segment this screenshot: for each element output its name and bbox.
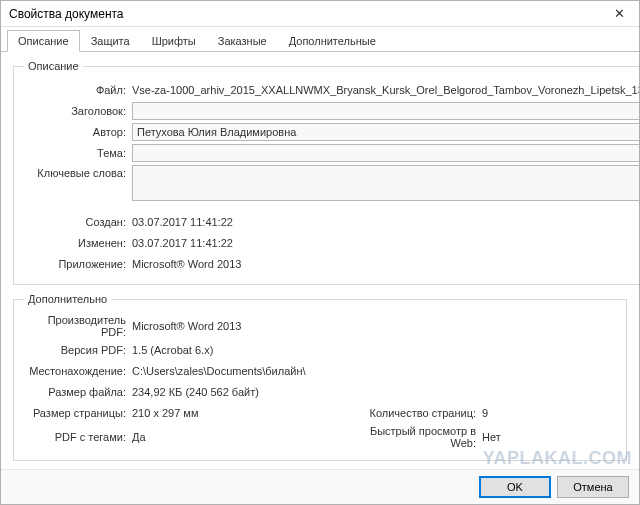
- tab-advanced[interactable]: Дополнительные: [278, 30, 387, 52]
- author-label: Автор:: [24, 126, 132, 138]
- keywords-label: Ключевые слова:: [24, 165, 132, 179]
- app-label: Приложение:: [24, 258, 132, 270]
- created-label: Создан:: [24, 216, 132, 228]
- subject-label: Тема:: [24, 147, 132, 159]
- pagesize-label: Размер страницы:: [24, 407, 132, 419]
- created-value: 03.07.2017 11:41:22: [132, 216, 233, 228]
- tagged-value: Да: [132, 431, 146, 443]
- row-created: Создан: 03.07.2017 11:41:22: [24, 213, 639, 231]
- dialog-window: Свойства документа ✕ Описание Защита Шри…: [0, 0, 640, 505]
- keywords-input[interactable]: [132, 165, 639, 201]
- location-value: C:\Users\zales\Documents\билайн\: [132, 365, 306, 377]
- row-author: Автор:: [24, 123, 639, 141]
- row-file: Файл: Vse-za-1000_arhiv_2015_XXALLNWMX_B…: [24, 81, 639, 99]
- footer: OK Отмена: [1, 469, 639, 504]
- row-subject: Тема:: [24, 144, 639, 162]
- advanced-legend: Дополнительно: [24, 293, 111, 305]
- description-group: Описание Файл: Vse-za-1000_arhiv_2015_XX…: [13, 60, 639, 285]
- subject-input[interactable]: [132, 144, 639, 162]
- file-value: Vse-za-1000_arhiv_2015_XXALLNWMX_Bryansk…: [132, 84, 639, 96]
- pagesize-value: 210 x 297 мм: [132, 407, 199, 419]
- pagecount-value: 9: [482, 407, 488, 419]
- cancel-button[interactable]: Отмена: [557, 476, 629, 498]
- ok-button[interactable]: OK: [479, 476, 551, 498]
- filesize-value: 234,92 КБ (240 562 байт): [132, 386, 259, 398]
- row-version: Версия PDF: 1.5 (Acrobat 6.x): [24, 341, 616, 359]
- row-keywords: Ключевые слова:: [24, 165, 639, 201]
- author-input[interactable]: [132, 123, 639, 141]
- row-producer: Производитель PDF: Microsoft® Word 2013: [24, 314, 616, 338]
- title-input[interactable]: [132, 102, 639, 120]
- file-label: Файл:: [24, 84, 132, 96]
- tab-description[interactable]: Описание: [7, 30, 80, 52]
- fastweb-label: Быстрый просмотр в Web:: [352, 425, 482, 449]
- tab-security[interactable]: Защита: [80, 30, 141, 52]
- row-pagesize: Размер страницы: 210 x 297 мм Количество…: [24, 404, 616, 422]
- tab-bar: Описание Защита Шрифты Заказные Дополнит…: [1, 27, 639, 52]
- row-title: Заголовок:: [24, 102, 639, 120]
- version-value: 1.5 (Acrobat 6.x): [132, 344, 213, 356]
- tab-fonts[interactable]: Шрифты: [141, 30, 207, 52]
- advanced-group: Дополнительно Производитель PDF: Microso…: [13, 293, 627, 461]
- row-modified: Изменен: 03.07.2017 11:41:22: [24, 234, 639, 252]
- app-value: Microsoft® Word 2013: [132, 258, 241, 270]
- close-icon: ✕: [614, 6, 625, 21]
- tab-custom[interactable]: Заказные: [207, 30, 278, 52]
- content-area: Описание Файл: Vse-za-1000_arhiv_2015_XX…: [1, 52, 639, 469]
- close-button[interactable]: ✕: [599, 1, 639, 27]
- description-legend: Описание: [24, 60, 83, 72]
- row-tagged: PDF с тегами: Да Быстрый просмотр в Web:…: [24, 425, 616, 449]
- filesize-label: Размер файла:: [24, 386, 132, 398]
- row-application: Приложение: Microsoft® Word 2013: [24, 255, 639, 273]
- pagecount-label: Количество страниц:: [352, 407, 482, 419]
- window-title: Свойства документа: [9, 7, 124, 21]
- row-location: Местонахождение: C:\Users\zales\Document…: [24, 362, 616, 380]
- title-label: Заголовок:: [24, 105, 132, 117]
- titlebar: Свойства документа ✕: [1, 1, 639, 27]
- fastweb-value: Нет: [482, 431, 501, 443]
- modified-value: 03.07.2017 11:41:22: [132, 237, 233, 249]
- version-label: Версия PDF:: [24, 344, 132, 356]
- row-filesize: Размер файла: 234,92 КБ (240 562 байт): [24, 383, 616, 401]
- producer-value: Microsoft® Word 2013: [132, 320, 241, 332]
- producer-label: Производитель PDF:: [24, 314, 132, 338]
- location-label: Местонахождение:: [24, 365, 132, 377]
- tagged-label: PDF с тегами:: [24, 431, 132, 443]
- modified-label: Изменен:: [24, 237, 132, 249]
